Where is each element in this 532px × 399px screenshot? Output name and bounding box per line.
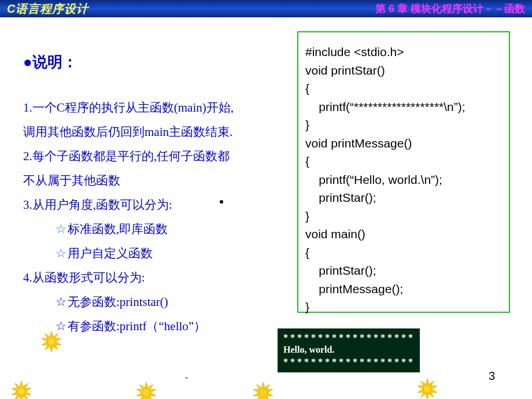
svg-point-9 bbox=[423, 385, 431, 393]
sun-decoration-icon bbox=[252, 382, 274, 399]
slide-header: C语言程序设计 第 6 章 模块化程序设计－－函数 bbox=[0, 0, 532, 17]
sun-decoration-icon bbox=[10, 380, 32, 399]
page-number: 3 bbox=[489, 370, 495, 383]
svg-point-3 bbox=[17, 387, 25, 395]
point-2-line-1: 2.每个子函数都是平行的,任何子函数都 bbox=[23, 144, 283, 168]
program-output-box: * * * * * * * * * * * * * * * * * * * He… bbox=[278, 328, 420, 372]
output-line-2: Hello, world. bbox=[283, 344, 414, 356]
point-1-line-1: 1.一个C程序的执行从主函数(main)开始, bbox=[23, 95, 283, 120]
point-3: 3.从用户角度,函数可以分为: bbox=[23, 193, 283, 217]
header-title-right: 第 6 章 模块化程序设计－－函数 bbox=[375, 2, 525, 16]
header-title-left: C语言程序设计 bbox=[7, 1, 88, 17]
star-icon: ☆ bbox=[56, 295, 66, 309]
point-3-bullet-2: ☆用户自定义函数 bbox=[23, 241, 283, 265]
footer-dash: - bbox=[185, 372, 188, 383]
sun-decoration-icon bbox=[135, 382, 157, 399]
output-line-1: * * * * * * * * * * * * * * * * * * * bbox=[283, 332, 414, 344]
sun-decoration-icon bbox=[40, 331, 62, 353]
svg-point-5 bbox=[142, 389, 150, 396]
point-4: 4.从函数形式可以分为: bbox=[23, 265, 283, 290]
explanation-body: 1.一个C程序的执行从主函数(main)开始, 调用其他函数后仍回到main主函… bbox=[23, 95, 283, 338]
sun-decoration-icon bbox=[416, 378, 438, 399]
svg-point-1 bbox=[47, 338, 55, 345]
output-line-3: * * * * * * * * * * * * * * * * * * * bbox=[283, 356, 414, 368]
star-outline-icon: ☆ bbox=[56, 222, 66, 236]
point-4-bullet-1: ☆无参函数:printstar() bbox=[23, 290, 283, 314]
star-outline-icon: ☆ bbox=[56, 246, 66, 260]
svg-point-7 bbox=[259, 389, 267, 396]
section-heading: ●说明： bbox=[23, 52, 283, 72]
point-1-line-2: 调用其他函数后仍回到main主函数结束. bbox=[23, 120, 283, 144]
point-3-bullet-1: ☆标准函数,即库函数 bbox=[23, 217, 283, 241]
slide: C语言程序设计 第 6 章 模块化程序设计－－函数 ●说明： 1.一个C程序的执… bbox=[0, 0, 532, 399]
code-snippet-box: #include <stdio.h> void printStar() { pr… bbox=[297, 31, 510, 313]
explanation-column: ●说明： 1.一个C程序的执行从主函数(main)开始, 调用其他函数后仍回到m… bbox=[23, 52, 283, 338]
point-2-line-2: 不从属于其他函数 bbox=[23, 168, 283, 193]
cursor-dot-icon bbox=[220, 200, 223, 204]
